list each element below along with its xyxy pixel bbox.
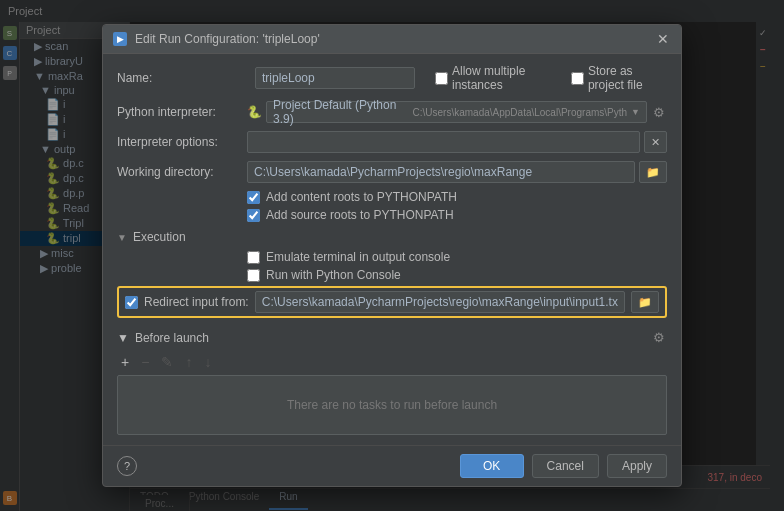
dialog-body: Name: Allow multiple instances Store as … — [103, 54, 681, 445]
ok-button[interactable]: OK — [460, 454, 524, 478]
interpreter-value: Project Default (Python 3.9) — [273, 98, 405, 126]
redirect-input-row: Redirect input from: 📁 — [117, 286, 667, 318]
store-project-row: Store as project file — [571, 64, 667, 92]
interpreter-options-clear-button[interactable]: ✕ — [644, 131, 667, 153]
cancel-button[interactable]: Cancel — [532, 454, 599, 478]
redirect-folder-button[interactable]: 📁 — [631, 291, 659, 313]
working-dir-folder-button[interactable]: 📁 — [639, 161, 667, 183]
name-input[interactable] — [255, 67, 415, 89]
add-source-row: Add source roots to PYTHONPATH — [117, 208, 667, 222]
modal-overlay: ▶ Edit Run Configuration: 'tripleLoop' ✕… — [0, 0, 784, 511]
before-launch-remove-button[interactable]: − — [137, 353, 153, 371]
dialog-title: Edit Run Configuration: 'tripleLoop' — [135, 32, 647, 46]
add-source-label: Add source roots to PYTHONPATH — [266, 208, 454, 222]
before-launch-add-button[interactable]: + — [117, 353, 133, 371]
execution-label: Execution — [133, 230, 186, 244]
run-python-console-row: Run with Python Console — [117, 268, 667, 282]
dialog-footer-left: ? — [117, 456, 452, 476]
before-launch-settings-button[interactable]: ⚙ — [651, 328, 667, 347]
interpreter-arrow: ▼ — [631, 107, 640, 117]
emulate-terminal-label: Emulate terminal in output console — [266, 250, 450, 264]
python-icon: 🐍 — [247, 105, 262, 119]
dialog-footer: ? OK Cancel Apply — [103, 445, 681, 486]
interpreter-dropdown[interactable]: Project Default (Python 3.9) C:\Users\ka… — [266, 101, 647, 123]
dialog-titlebar: ▶ Edit Run Configuration: 'tripleLoop' ✕ — [103, 25, 681, 54]
allow-multiple-row: Allow multiple instances — [435, 64, 551, 92]
working-dir-field: 📁 — [247, 161, 667, 183]
interpreter-options-input[interactable] — [247, 131, 640, 153]
store-project-checkbox[interactable] — [571, 72, 584, 85]
before-launch-edit-button[interactable]: ✎ — [157, 353, 177, 371]
redirect-label: Redirect input from: — [144, 295, 249, 309]
store-project-label: Store as project file — [588, 64, 667, 92]
before-launch-empty-area: There are no tasks to run before launch — [117, 375, 667, 435]
name-row: Name: Allow multiple instances Store as … — [117, 64, 667, 92]
run-config-dialog: ▶ Edit Run Configuration: 'tripleLoop' ✕… — [102, 24, 682, 487]
working-dir-input[interactable] — [247, 161, 635, 183]
before-launch-toolbar: + − ✎ ↑ ↓ — [117, 353, 667, 371]
add-source-checkbox[interactable] — [247, 209, 260, 222]
emulate-terminal-row: Emulate terminal in output console — [117, 250, 667, 264]
interpreter-options-field: ✕ — [247, 131, 667, 153]
help-button[interactable]: ? — [117, 456, 137, 476]
interpreter-label: Python interpreter: — [117, 105, 247, 119]
interpreter-path: C:\Users\kamada\AppData\Local\Programs\P… — [413, 107, 628, 118]
before-launch-down-button[interactable]: ↓ — [200, 353, 215, 371]
interpreter-options-row: Interpreter options: ✕ — [117, 130, 667, 154]
run-python-console-label: Run with Python Console — [266, 268, 401, 282]
run-python-console-checkbox[interactable] — [247, 269, 260, 282]
before-launch-label: Before launch — [135, 331, 209, 345]
allow-multiple-label: Allow multiple instances — [452, 64, 551, 92]
add-content-checkbox[interactable] — [247, 191, 260, 204]
before-launch-up-button[interactable]: ↑ — [181, 353, 196, 371]
name-label: Name: — [117, 71, 247, 85]
add-content-label: Add content roots to PYTHONPATH — [266, 190, 457, 204]
before-launch-header: ▼ Before launch ⚙ — [117, 328, 667, 347]
execution-arrow[interactable]: ▼ — [117, 232, 127, 243]
allow-multiple-checkbox[interactable] — [435, 72, 448, 85]
dialog-title-icon: ▶ — [113, 32, 127, 46]
interpreter-settings-button[interactable]: ⚙ — [651, 103, 667, 122]
dialog-close-button[interactable]: ✕ — [655, 31, 671, 47]
emulate-terminal-checkbox[interactable] — [247, 251, 260, 264]
redirect-input-checkbox[interactable] — [125, 296, 138, 309]
execution-section-header: ▼ Execution — [117, 230, 667, 244]
before-launch-arrow[interactable]: ▼ — [117, 331, 129, 345]
working-dir-row: Working directory: 📁 — [117, 160, 667, 184]
apply-button[interactable]: Apply — [607, 454, 667, 478]
no-tasks-label: There are no tasks to run before launch — [287, 398, 497, 412]
working-dir-label: Working directory: — [117, 165, 247, 179]
interpreter-options-label: Interpreter options: — [117, 135, 247, 149]
add-content-row: Add content roots to PYTHONPATH — [117, 190, 667, 204]
redirect-input-field[interactable] — [255, 291, 625, 313]
before-launch-section: ▼ Before launch ⚙ + − ✎ ↑ ↓ There are no… — [117, 328, 667, 435]
interpreter-row: Python interpreter: 🐍 Project Default (P… — [117, 100, 667, 124]
interpreter-field: 🐍 Project Default (Python 3.9) C:\Users\… — [247, 101, 667, 123]
